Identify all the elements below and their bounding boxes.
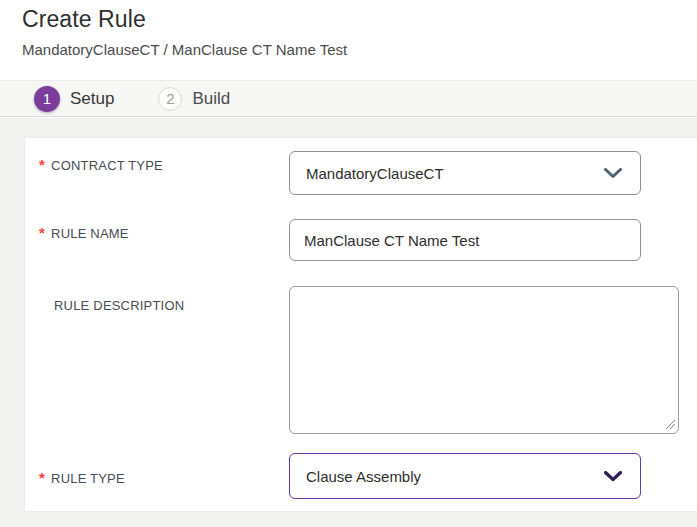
resize-handle-icon[interactable] [664, 418, 676, 430]
chevron-down-icon [604, 168, 622, 179]
contract-type-label: * CONTRACT TYPE [39, 158, 163, 173]
rule-type-label: * RULE TYPE [39, 471, 125, 486]
rule-description-wrap [289, 286, 679, 434]
required-marker: * [39, 226, 45, 239]
rule-name-label: * RULE NAME [39, 226, 129, 241]
rule-description-textarea[interactable] [289, 286, 679, 434]
contract-type-select[interactable]: MandatoryClauseCT [289, 151, 641, 195]
page-title: Create Rule [22, 6, 146, 33]
wizard-stepper: 1 Setup 2 Build [0, 80, 697, 117]
rule-type-value: Clause Assembly [306, 468, 421, 485]
contract-type-value: MandatoryClauseCT [306, 165, 444, 182]
rule-type-select[interactable]: Clause Assembly [289, 453, 641, 499]
step-2-label: Build [192, 89, 230, 109]
rule-description-label: RULE DESCRIPTION [39, 298, 184, 313]
step-setup[interactable]: 1 Setup [34, 86, 114, 112]
required-marker: * [39, 471, 45, 484]
step-2-indicator: 2 [158, 87, 182, 111]
rule-name-input[interactable] [289, 219, 641, 261]
page-header: Create Rule MandatoryClauseCT / ManClaus… [0, 0, 697, 80]
step-1-indicator: 1 [34, 86, 60, 112]
setup-form-card: * CONTRACT TYPE MandatoryClauseCT * RULE… [24, 137, 697, 512]
create-rule-page: Create Rule MandatoryClauseCT / ManClaus… [0, 0, 697, 527]
breadcrumb: MandatoryClauseCT / ManClause CT Name Te… [22, 41, 347, 58]
required-marker: * [39, 158, 45, 171]
chevron-down-icon [604, 471, 622, 482]
step-build[interactable]: 2 Build [158, 87, 230, 111]
step-1-label: Setup [70, 89, 114, 109]
